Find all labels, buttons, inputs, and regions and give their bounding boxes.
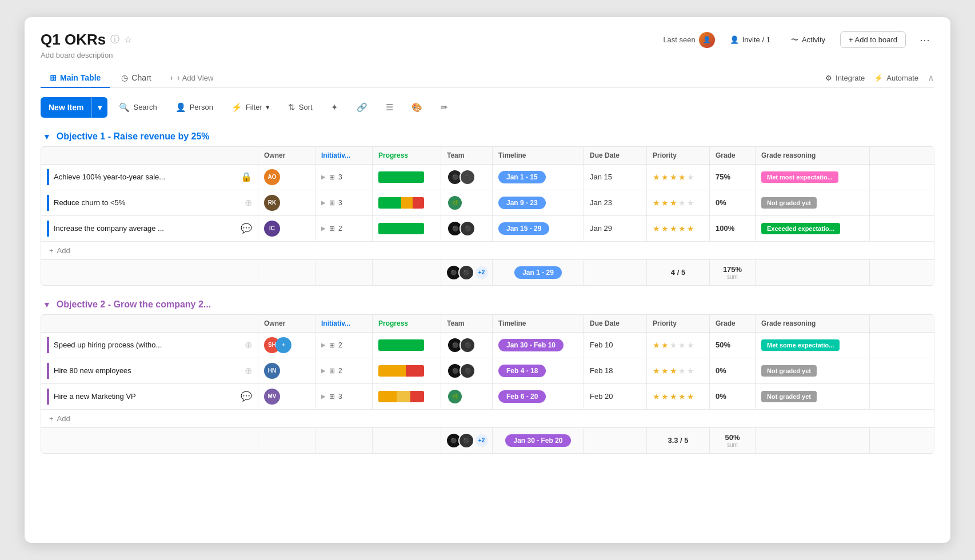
g2-row-3-grade-reasoning[interactable]: Not graded yet <box>756 384 870 409</box>
g2-row-1-grade-reasoning[interactable]: Met some expectatio... <box>756 333 870 358</box>
row-height-button[interactable]: ☰ <box>379 99 400 116</box>
star: ★ <box>670 173 677 182</box>
collapse-icon[interactable]: ∧ <box>928 73 934 83</box>
new-item-chevron-icon[interactable]: ▾ <box>91 97 107 118</box>
col-grade: Grade <box>710 315 756 332</box>
g2-row-1-owner[interactable]: SH + <box>258 333 315 358</box>
board-description[interactable]: Add board description <box>41 51 934 59</box>
progress-segment <box>401 197 413 209</box>
row-3-team[interactable]: ⚫ ⚫ <box>441 216 493 241</box>
team-group: ⚫ ⚫ +2 <box>446 265 488 281</box>
filter-button[interactable]: ⚡ Filter ▾ <box>225 99 277 116</box>
row-1-team[interactable]: ⚫ ⚫ <box>441 165 493 190</box>
person-button[interactable]: 👤 Person <box>169 99 220 116</box>
g2-row-2-initiative[interactable]: ▶ ⊞ 2 <box>315 358 373 383</box>
g2-row-1-priority[interactable]: ★ ★ ★ ★ ★ <box>647 333 710 358</box>
row-1-owner[interactable]: AO <box>258 165 315 190</box>
g2-row-2-progress[interactable] <box>373 358 441 383</box>
row-3-initiative[interactable]: ▶ ⊞ 2 <box>315 216 373 241</box>
g2-row-3-priority[interactable]: ★ ★ ★ ★ ★ <box>647 384 710 409</box>
g2-row-2-team[interactable]: ⚫ ⚫ <box>441 358 493 383</box>
row-3-timeline[interactable]: Jan 15 - 29 <box>493 216 584 241</box>
row-1-initiative[interactable]: ▶ ⊞ 3 <box>315 165 373 190</box>
invite-button[interactable]: 👤 Invite / 1 <box>724 32 776 47</box>
g2-row-1-timeline[interactable]: Jan 30 - Feb 10 <box>493 333 584 358</box>
g2-row-3-progress[interactable] <box>373 384 441 409</box>
g2-row-2-timeline[interactable]: Feb 4 - 18 <box>493 358 584 383</box>
g2-row-3-timeline[interactable]: Feb 6 - 20 <box>493 384 584 409</box>
tabs: ⊞ Main Table ◷ Chart + + Add View ⚙ Inte… <box>41 69 934 88</box>
col-grade-reasoning: Grade reasoning <box>756 147 870 164</box>
row-2-team[interactable]: 🌿 <box>441 190 493 215</box>
row-2-owner[interactable]: RK <box>258 190 315 215</box>
invite-icon: 👤 <box>730 35 739 44</box>
g2-row-1-team[interactable]: ⚫ ⚫ <box>441 333 493 358</box>
add-row-group-2[interactable]: + Add <box>41 410 934 427</box>
row-1-progress[interactable] <box>373 165 441 190</box>
add-view-tab[interactable]: + + Add View <box>163 69 221 87</box>
initiative-cell: ▶ ⊞ 3 <box>321 199 342 207</box>
row-2-initiative[interactable]: ▶ ⊞ 3 <box>315 190 373 215</box>
g2-row-1-progress[interactable] <box>373 333 441 358</box>
row-2-grade-reasoning[interactable]: Not graded yet <box>756 190 870 215</box>
sort-button[interactable]: ⇅ Sort <box>281 99 319 116</box>
g2-row-2-owner[interactable]: HN <box>258 358 315 383</box>
row-1-grade-reasoning[interactable]: Met most expectatio... <box>756 165 870 190</box>
g2-row-3-initiative[interactable]: ▶ ⊞ 3 <box>315 384 373 409</box>
progress-bar <box>378 391 424 402</box>
row-3-grade-reasoning[interactable]: Exceeded expectatio... <box>756 216 870 241</box>
row-3-owner[interactable]: IC <box>258 216 315 241</box>
info-icon[interactable]: ⓘ <box>110 34 119 46</box>
col-priority: Priority <box>647 147 710 164</box>
g2-row-2-grade-reasoning[interactable]: Not graded yet <box>756 358 870 383</box>
add-icon[interactable]: ⊕ <box>245 197 252 208</box>
add-icon[interactable]: ⊕ <box>245 365 252 376</box>
col-team: Team <box>441 147 493 164</box>
row-1-timeline[interactable]: Jan 1 - 15 <box>493 165 584 190</box>
add-view-icon: + <box>170 74 174 82</box>
link-button[interactable]: 🔗 <box>350 99 374 116</box>
initiative-cell: ▶ ⊞ 3 <box>321 393 342 401</box>
tab-chart[interactable]: ◷ Chart <box>112 69 160 88</box>
progress-bar <box>378 171 424 183</box>
timeline-pill: Feb 4 - 18 <box>498 365 546 377</box>
add-row-group-1[interactable]: + Add <box>41 242 934 259</box>
add-icon[interactable]: ⊕ <box>245 339 252 350</box>
col-name <box>41 315 258 332</box>
add-to-board-button[interactable]: + Add to board <box>840 31 906 48</box>
g2-row-1-initiative[interactable]: ▶ ⊞ 2 <box>315 333 373 358</box>
group-1-chevron-icon[interactable]: ▼ <box>43 132 51 141</box>
summary-empty <box>315 428 373 453</box>
row-2-priority[interactable]: ★ ★ ★ ★ ★ <box>647 190 710 215</box>
col-grade-reasoning: Grade reasoning <box>756 315 870 332</box>
row-3-priority[interactable]: ★ ★ ★ ★ ★ <box>647 216 710 241</box>
sparkle-button[interactable]: ✦ <box>324 99 345 116</box>
more-options-icon[interactable]: ⋯ <box>915 31 934 49</box>
summary-priority-val: 3.3 / 5 <box>668 436 688 445</box>
initiative-count: 3 <box>338 199 342 207</box>
g2-row-3-owner[interactable]: MV <box>258 384 315 409</box>
g2-row-2-priority[interactable]: ★ ★ ★ ★ ★ <box>647 358 710 383</box>
comment-icon[interactable]: 💬 <box>241 391 252 402</box>
expand-icon: ▶ <box>321 342 326 348</box>
last-seen-label: Last seen <box>663 35 695 44</box>
activity-button[interactable]: 〜 Activity <box>785 31 831 49</box>
integrate-button[interactable]: ⚙ Integrate <box>825 74 865 82</box>
g2-row-3-team[interactable]: 🌿 <box>441 384 493 409</box>
col-team: Team <box>441 315 493 332</box>
new-item-button[interactable]: New Item ▾ <box>41 97 107 118</box>
row-3-progress[interactable] <box>373 216 441 241</box>
color-button[interactable]: 🎨 <box>405 99 429 116</box>
tab-main-table[interactable]: ⊞ Main Table <box>41 69 110 88</box>
star: ★ <box>661 198 669 207</box>
search-button[interactable]: 🔍 Search <box>112 99 163 116</box>
row-2-timeline[interactable]: Jan 9 - 23 <box>493 190 584 215</box>
row-1-priority[interactable]: ★ ★ ★ ★ ★ <box>647 165 710 190</box>
automate-button[interactable]: ⚡ Automate <box>874 74 918 82</box>
row-2-progress[interactable] <box>373 190 441 215</box>
comment-icon[interactable]: 💬 <box>241 223 252 234</box>
edit-button[interactable]: ✏ <box>434 99 455 116</box>
star-icon[interactable]: ☆ <box>124 34 132 45</box>
group-2-chevron-icon[interactable]: ▼ <box>43 300 51 309</box>
progress-segment <box>397 391 410 402</box>
